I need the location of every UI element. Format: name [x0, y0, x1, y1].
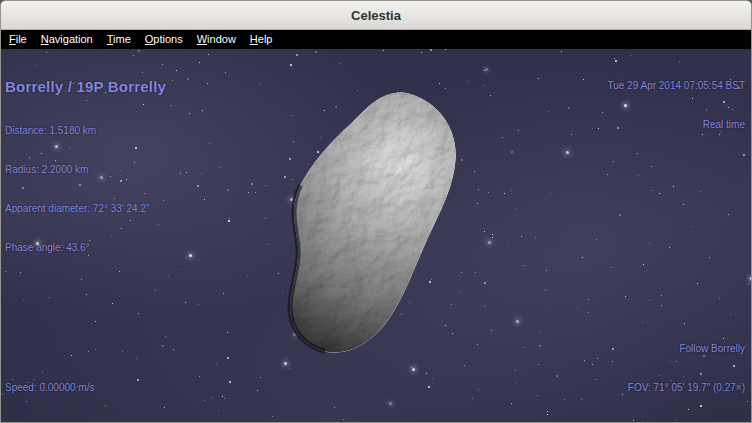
menu-window[interactable]: Window	[190, 30, 243, 49]
window-titlebar[interactable]: Celestia	[1, 1, 751, 30]
window-title: Celestia	[351, 8, 401, 23]
hud-speed: Speed: 0.00000 m/s	[5, 355, 95, 420]
menu-navigation[interactable]: Navigation	[34, 30, 100, 49]
object-radius: Radius: 2.2000 km	[5, 163, 166, 176]
menu-options[interactable]: Options	[138, 30, 190, 49]
object-phase-angle: Phase angle: 43.6°	[5, 241, 166, 254]
object-distance: Distance: 1.5180 km	[5, 124, 166, 137]
hud-selected-object: Borrelly / 19P Borrelly Distance: 1.5180…	[5, 51, 166, 280]
menu-file[interactable]: File	[2, 30, 34, 49]
celestia-window: Celestia File Navigation Time Options Wi…	[0, 0, 752, 423]
hud-status: Follow Borrelly FOV: 71° 05' 19.7" (0.27…	[628, 316, 745, 420]
time-mode: Real time	[607, 118, 745, 131]
hud-time: Tue 29 Apr 2014 07:05:54 BST Real time	[607, 53, 745, 157]
menu-help[interactable]: Help	[243, 30, 280, 49]
object-apparent-diameter: Apparent diameter: 72° 33' 24.2"	[5, 202, 166, 215]
fov-readout: FOV: 71° 05' 19.7" (0.27×)	[628, 381, 745, 394]
space-viewport[interactable]: Borrelly / 19P Borrelly Distance: 1.5180…	[1, 49, 751, 422]
follow-mode: Follow Borrelly	[628, 342, 745, 355]
menubar: File Navigation Time Options Window Help	[1, 30, 751, 49]
menu-time[interactable]: Time	[100, 30, 138, 49]
current-datetime: Tue 29 Apr 2014 07:05:54 BST	[607, 79, 745, 92]
selected-object-name: Borrelly / 19P Borrelly	[5, 77, 166, 97]
speed-readout: Speed: 0.00000 m/s	[5, 381, 95, 394]
